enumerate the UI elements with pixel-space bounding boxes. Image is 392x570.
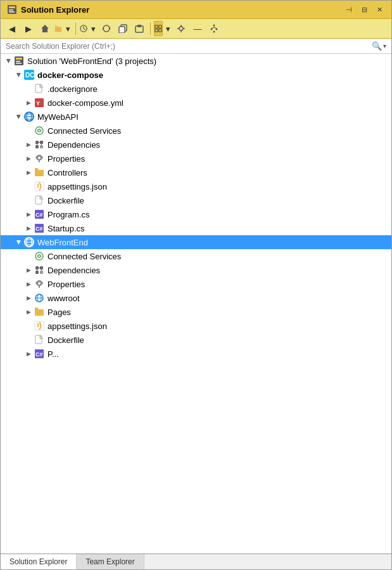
sync-views-dropdown: ▾ <box>154 21 172 36</box>
mywebapi-controllers-label: Controllers <box>47 168 87 178</box>
connected-icon-webfrontend <box>34 250 45 262</box>
search-input[interactable] <box>6 42 372 51</box>
tree-item-mywebapi[interactable]: MyWebAPI <box>1 110 391 124</box>
appsettings-icon-webfrontend <box>34 320 45 332</box>
tree-item-mywebapi-connected[interactable]: Connected Services <box>1 124 391 138</box>
expander-webfrontend-properties[interactable] <box>23 279 34 289</box>
tree-item-mywebapi-startup[interactable]: C# Startup.cs <box>1 221 391 235</box>
docker-icon: DC <box>23 69 35 81</box>
tree-item-mywebapi-program[interactable]: C# Program.cs <box>1 207 391 221</box>
svg-line-7 <box>84 29 85 30</box>
tree-item-docker-compose[interactable]: DC docker-compose <box>1 68 391 82</box>
expander-mywebapi-dependencies[interactable] <box>23 139 34 150</box>
solution-explorer-icon <box>7 4 17 15</box>
tree-item-webfrontend-pages[interactable]: Pages <box>1 305 391 319</box>
cs-icon-webfrontend-program: C# <box>34 348 45 359</box>
expander-docker-compose[interactable] <box>13 70 23 80</box>
history-button[interactable] <box>79 21 88 36</box>
svg-point-53 <box>38 157 41 159</box>
svg-point-67 <box>39 254 40 256</box>
expander-mywebapi-startup[interactable] <box>23 223 34 233</box>
expander-mywebapi[interactable] <box>13 112 23 122</box>
copy-button[interactable] <box>115 21 130 36</box>
tab-team-explorer[interactable]: Team Explorer <box>77 554 144 569</box>
history-dropdown-arrow[interactable]: ▾ <box>89 21 98 36</box>
toolbar: ◀ ▶ ▾ ▾ <box>1 19 391 39</box>
tree-item-mywebapi-controllers[interactable]: Controllers <box>1 165 391 179</box>
svg-point-75 <box>38 282 41 285</box>
tree-item-dockerignore[interactable]: .dockerignore <box>1 82 391 96</box>
search-bar: 🔍 ▾ <box>1 39 391 54</box>
sync-views-arrow[interactable]: ▾ <box>163 21 172 36</box>
tree-item-webfrontend-program[interactable]: C# P... <box>1 347 391 361</box>
expander-mywebapi-controllers[interactable] <box>23 167 34 178</box>
expander-docker-compose-yml[interactable] <box>23 98 34 108</box>
folder-open-button[interactable] <box>54 21 63 36</box>
tree-item-webfrontend[interactable]: WebFrontEnd <box>1 235 391 249</box>
tab-solution-explorer[interactable]: Solution Explorer <box>1 554 77 569</box>
tree-item-mywebapi-appsettings[interactable]: appsettings.json <box>1 179 391 193</box>
sync-views-button[interactable] <box>154 21 163 36</box>
svg-rect-1 <box>9 6 15 8</box>
window-title: Solution Explorer <box>21 5 89 15</box>
expander-dockerignore <box>23 84 34 94</box>
svg-text:DC: DC <box>25 72 34 79</box>
forward-button[interactable]: ▶ <box>21 21 36 36</box>
webfrontend-dependencies-label: Dependencies <box>47 266 100 275</box>
svg-point-66 <box>35 252 43 260</box>
tree-item-docker-compose-yml[interactable]: Y docker-compose.yml <box>1 96 391 110</box>
expander-webfrontend-dependencies[interactable] <box>23 265 34 275</box>
float-window-button[interactable]: ⊟ <box>358 5 370 14</box>
tree-item-mywebapi-dependencies[interactable]: Dependencies <box>1 138 391 152</box>
expander-webfrontend-program[interactable] <box>23 349 34 359</box>
tree-item-solution[interactable]: Solution 'WebFrontEnd' (3 projects) <box>1 54 391 68</box>
mywebapi-appsettings-label: appsettings.json <box>47 182 107 191</box>
mywebapi-program-label: Program.cs <box>47 210 89 219</box>
file-icon-mywebapi-dockerfile <box>34 195 45 206</box>
expander-mywebapi-properties[interactable] <box>23 153 34 164</box>
expander-webfrontend[interactable] <box>13 237 23 247</box>
connected-icon-mywebapi <box>34 125 45 136</box>
folder-icon-controllers <box>34 167 45 178</box>
search-dropdown-arrow[interactable]: ▾ <box>383 42 386 49</box>
expander-webfrontend-wwwroot[interactable] <box>23 293 34 303</box>
cs-icon-mywebapi-program: C# <box>34 209 45 220</box>
web-icon-mywebapi <box>23 111 35 122</box>
folder-dropdown-arrow[interactable]: ▾ <box>63 21 72 36</box>
webfrontend-dockerfile-label: Dockerfile <box>47 335 84 345</box>
svg-rect-68 <box>35 266 39 269</box>
pin-window-button[interactable]: ⊣ <box>343 5 355 14</box>
tree-item-mywebapi-dockerfile[interactable]: Dockerfile <box>1 193 391 207</box>
sync-button[interactable] <box>99 21 114 36</box>
webfrontend-pages-label: Pages <box>47 308 71 317</box>
title-bar: Solution Explorer ⊣ ⊟ ✕ <box>1 1 391 19</box>
tree-view-button[interactable] <box>206 21 222 36</box>
tree-item-webfrontend-appsettings[interactable]: appsettings.json <box>1 319 391 333</box>
close-window-button[interactable]: ✕ <box>374 5 385 14</box>
properties-button[interactable] <box>174 21 189 36</box>
back-button[interactable]: ◀ <box>4 21 20 36</box>
minimize-button[interactable]: — <box>190 21 205 36</box>
tree-item-mywebapi-properties[interactable]: Properties <box>1 152 391 165</box>
tree-item-webfrontend-wwwroot[interactable]: wwwroot <box>1 291 391 305</box>
tree-item-webfrontend-dockerfile[interactable]: Dockerfile <box>1 333 391 347</box>
tree-item-webfrontend-connected[interactable]: Connected Services <box>1 249 391 263</box>
webfrontend-program-label: P... <box>47 349 59 359</box>
dependencies-icon-mywebapi <box>34 139 45 150</box>
svg-marker-9 <box>102 29 104 30</box>
web-icon-webfrontend <box>23 236 35 248</box>
tree-item-webfrontend-properties[interactable]: Properties <box>1 277 391 291</box>
svg-line-28 <box>212 28 214 29</box>
expander-mywebapi-program[interactable] <box>23 209 34 219</box>
search-icon: 🔍 <box>372 41 382 51</box>
mywebapi-dependencies-label: Dependencies <box>47 140 100 150</box>
expander-webfrontend-pages[interactable] <box>23 307 34 317</box>
svg-rect-70 <box>35 271 39 274</box>
tree-item-webfrontend-dependencies[interactable]: Dependencies <box>1 263 391 277</box>
home-button[interactable] <box>37 21 53 36</box>
file-icon-webfrontend-dockerfile <box>34 334 45 346</box>
svg-rect-33 <box>16 63 22 64</box>
expander-solution[interactable] <box>3 56 13 66</box>
paste-button[interactable] <box>132 21 147 36</box>
docker-compose-label: docker-compose <box>37 70 103 80</box>
